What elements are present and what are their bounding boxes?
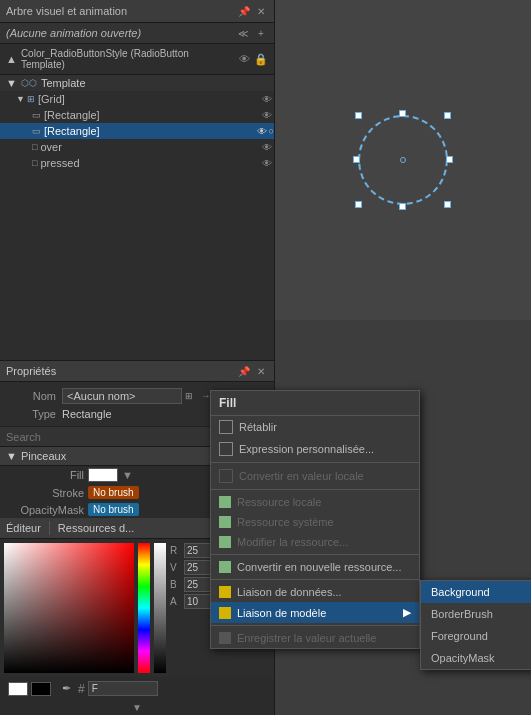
stroke-label: Stroke	[4, 487, 84, 499]
tree-item[interactable]: □ pressed 👁	[0, 155, 274, 171]
handle-mr[interactable]	[446, 156, 453, 163]
opacitymask-label: OpacityMask	[431, 652, 495, 664]
liaison-donnees-label: Liaison de données...	[237, 586, 342, 598]
prev-icon[interactable]: ≪	[236, 26, 250, 40]
tree-eye-icon[interactable]: 👁	[262, 110, 272, 121]
handle-tm[interactable]	[399, 110, 406, 117]
color-swatches	[4, 682, 55, 696]
checkbox-expression[interactable]	[219, 442, 233, 456]
separator-5	[211, 625, 419, 626]
green-dot-4	[219, 561, 231, 573]
pin-icon-props[interactable]: 📌	[237, 364, 251, 378]
scroll-down-icon[interactable]: ▼	[132, 702, 142, 713]
radio-button-preview	[353, 110, 453, 210]
tree-item[interactable]: ▭ [Rectangle] 👁	[0, 107, 274, 123]
expand-icon: ▼	[16, 94, 25, 104]
green-dot-5	[219, 632, 231, 644]
fill-label: Fill	[4, 469, 84, 481]
tree-eye-icon[interactable]: 👁	[262, 142, 272, 153]
separator-2	[211, 489, 419, 490]
tree-expand-icon[interactable]: ▼	[6, 77, 17, 89]
tree-item-selected[interactable]: ▭ [Rectangle] 👁 ○	[0, 123, 274, 139]
fill-color-box[interactable]	[88, 468, 118, 482]
handle-ml[interactable]	[353, 156, 360, 163]
fill-item-liaison-donnees[interactable]: Liaison de données...	[211, 582, 419, 602]
tree-item-label: pressed	[40, 157, 262, 169]
tree-section-label: Template	[41, 77, 86, 89]
pinceaux-title: Pinceaux	[21, 450, 66, 462]
modifier-label: Modifier la ressource...	[237, 536, 348, 548]
opacity-label: OpacityMask	[4, 504, 84, 516]
retablir-label: Rétablir	[239, 421, 277, 433]
submenu-item-background[interactable]: Background	[421, 581, 531, 603]
separator-3	[211, 554, 419, 555]
submenu-arrow: ▶	[403, 606, 411, 619]
item-icon: □	[32, 142, 37, 152]
rect-icon-selected: ▭	[32, 126, 41, 136]
convert-local-label: Convertir en valeur locale	[239, 470, 364, 482]
yellow-dot-2	[219, 607, 231, 619]
checkbox-retablir[interactable]	[219, 420, 233, 434]
name-icon-1[interactable]: ⊞	[182, 389, 196, 403]
tree-item[interactable]: ▼ ⊞ [Grid] 👁	[0, 91, 274, 107]
fill-item-modifier: Modifier la ressource...	[211, 532, 419, 552]
expression-label: Expression personnalisée...	[239, 443, 374, 455]
opacity-value: No brush	[88, 503, 139, 516]
handle-br[interactable]	[444, 201, 451, 208]
white-swatch[interactable]	[8, 682, 28, 696]
template-path-label: Color_RadioButtonStyle (RadioButton Temp…	[21, 48, 235, 70]
ressource-systeme-label: Ressource système	[237, 516, 334, 528]
tree-item[interactable]: □ over 👁	[0, 139, 274, 155]
submenu-item-foreground[interactable]: Foreground	[421, 625, 531, 647]
fill-item-liaison-modele[interactable]: Liaison de modèle ▶	[211, 602, 419, 623]
properties-header: Propriétés 📌 ✕	[0, 361, 274, 382]
animation-icons: ≪ +	[236, 26, 268, 40]
canvas-area	[275, 0, 531, 320]
handle-tr[interactable]	[444, 112, 451, 119]
tree-item-label: [Grid]	[38, 93, 262, 105]
fill-more-icon[interactable]: ▼	[122, 469, 133, 481]
tree-view: ▼ ⬡⬡ Template ▼ ⊞ [Grid] 👁 ▭ [Rectangle]…	[0, 75, 274, 360]
eyedropper-icon[interactable]: ✒	[62, 682, 71, 695]
name-input[interactable]	[62, 388, 182, 404]
panel-header-icons: 📌 ✕	[237, 4, 268, 18]
b-label: B	[170, 579, 182, 590]
tree-eye-icon-selected[interactable]: 👁	[257, 126, 267, 137]
submenu-item-opacitymask[interactable]: OpacityMask	[421, 647, 531, 669]
handle-tl[interactable]	[355, 112, 362, 119]
properties-title: Propriétés	[6, 365, 56, 377]
submenu-item-borderbrush[interactable]: BorderBrush	[421, 603, 531, 625]
color-gradient[interactable]	[4, 543, 134, 673]
fill-item-expression[interactable]: Expression personnalisée...	[211, 438, 419, 460]
nouvelle-ressource-label: Convertir en nouvelle ressource...	[237, 561, 401, 573]
hue-bar[interactable]	[138, 543, 150, 673]
fill-item-retablir[interactable]: Rétablir	[211, 416, 419, 438]
fill-popup-title: Fill	[211, 391, 419, 416]
separator-4	[211, 579, 419, 580]
fill-item-nouvelle-ressource[interactable]: Convertir en nouvelle ressource...	[211, 557, 419, 577]
tree-eye-icon[interactable]: 👁	[262, 158, 272, 169]
grid-icon: ⊞	[27, 94, 35, 104]
tree-item-label: [Rectangle]	[44, 125, 257, 137]
panel-header: Arbre visuel et animation 📌 ✕	[0, 0, 274, 23]
handle-bm[interactable]	[399, 203, 406, 210]
tree-eye-icon[interactable]: 👁	[262, 94, 272, 105]
rect-icon: ▭	[32, 110, 41, 120]
close-icon[interactable]: ✕	[254, 4, 268, 18]
pinceaux-expand[interactable]: ▼	[6, 450, 17, 462]
resources-title: Ressources d...	[58, 522, 134, 534]
handle-bl[interactable]	[355, 201, 362, 208]
scroll-down-area: ▼	[0, 700, 274, 715]
add-icon[interactable]: +	[254, 26, 268, 40]
stroke-value: No brush	[88, 486, 139, 499]
checkbox-convert-local	[219, 469, 233, 483]
alpha-bar[interactable]	[154, 543, 166, 673]
yellow-dot-1	[219, 586, 231, 598]
pin-icon[interactable]: 📌	[237, 4, 251, 18]
name-icons: ⊞ →	[182, 389, 213, 403]
tree-item-label: over	[40, 141, 262, 153]
hex-input[interactable]	[88, 681, 158, 696]
black-swatch[interactable]	[31, 682, 51, 696]
close-icon-props[interactable]: ✕	[254, 364, 268, 378]
template-path-bar: ▲ Color_RadioButtonStyle (RadioButton Te…	[0, 44, 274, 75]
